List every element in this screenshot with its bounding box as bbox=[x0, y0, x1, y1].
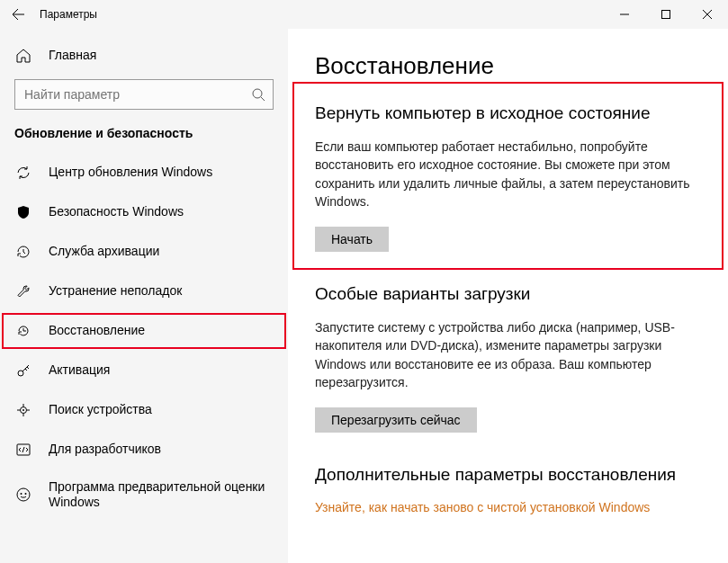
more-recovery-block: Дополнительные параметры восстановления … bbox=[315, 465, 701, 515]
window-title: Параметры bbox=[40, 8, 97, 21]
minimize-button[interactable] bbox=[604, 0, 645, 29]
content-area: Восстановление Вернуть компьютер в исход… bbox=[288, 29, 728, 563]
svg-rect-0 bbox=[662, 11, 670, 19]
svg-point-1 bbox=[253, 89, 262, 98]
sidebar-item-label: Для разработчиков bbox=[49, 442, 274, 458]
sidebar-item-label: Безопасность Windows bbox=[49, 204, 274, 220]
home-icon bbox=[14, 47, 32, 65]
shield-icon bbox=[14, 203, 32, 221]
sidebar-item-label: Центр обновления Windows bbox=[49, 165, 274, 181]
sidebar-item-recovery[interactable]: Восстановление bbox=[0, 311, 288, 351]
sidebar-item-insider[interactable]: Программа предварительной оценки Windows bbox=[0, 469, 288, 520]
restart-now-button[interactable]: Перезагрузить сейчас bbox=[315, 407, 477, 433]
search-box[interactable] bbox=[14, 79, 274, 110]
titlebar: Параметры bbox=[0, 0, 728, 29]
page-title: Восстановление bbox=[315, 52, 701, 80]
sidebar: Главная Обновление и безопасность Центр … bbox=[0, 29, 288, 563]
sidebar-item-label: Устранение неполадок bbox=[49, 283, 274, 299]
insider-icon bbox=[14, 486, 32, 504]
advanced-startup-block: Особые варианты загрузки Запустите систе… bbox=[315, 284, 701, 433]
code-icon bbox=[14, 441, 32, 459]
sync-icon bbox=[14, 164, 32, 182]
maximize-button[interactable] bbox=[645, 0, 687, 29]
locate-icon bbox=[14, 401, 32, 419]
svg-point-4 bbox=[22, 409, 24, 411]
sidebar-item-activation[interactable]: Активация bbox=[0, 351, 288, 390]
advanced-heading: Особые варианты загрузки bbox=[315, 284, 701, 304]
advanced-description: Запустите систему с устройства либо диск… bbox=[315, 318, 701, 391]
back-arrow-icon bbox=[11, 7, 25, 22]
wrench-icon bbox=[14, 282, 32, 300]
sidebar-item-find-device[interactable]: Поиск устройства bbox=[0, 390, 288, 430]
sidebar-item-developers[interactable]: Для разработчиков bbox=[0, 430, 288, 469]
sidebar-item-label: Служба архивации bbox=[49, 244, 274, 260]
close-icon bbox=[703, 10, 712, 19]
reset-description: Если ваш компьютер работает нестабильно,… bbox=[315, 138, 701, 210]
key-icon bbox=[14, 362, 32, 380]
sidebar-item-backup[interactable]: Служба архивации bbox=[0, 232, 288, 272]
search-icon bbox=[251, 87, 265, 102]
sidebar-item-label: Активация bbox=[49, 362, 274, 379]
sidebar-item-label: Поиск устройства bbox=[49, 402, 274, 418]
search-input[interactable] bbox=[24, 87, 251, 102]
reset-heading: Вернуть компьютер в исходное состояние bbox=[315, 103, 701, 123]
maximize-icon bbox=[661, 10, 670, 19]
close-button[interactable] bbox=[687, 0, 728, 29]
sidebar-home-label: Главная bbox=[49, 48, 274, 64]
more-heading: Дополнительные параметры восстановления bbox=[315, 465, 701, 485]
svg-point-7 bbox=[21, 493, 22, 495]
sidebar-item-windows-update[interactable]: Центр обновления Windows bbox=[0, 153, 288, 192]
back-button[interactable] bbox=[0, 0, 36, 29]
sidebar-item-label: Восстановление bbox=[49, 323, 274, 339]
reset-block: Вернуть компьютер в исходное состояние Е… bbox=[315, 103, 701, 252]
history-icon bbox=[14, 322, 32, 340]
backup-icon bbox=[14, 243, 32, 261]
sidebar-item-windows-security[interactable]: Безопасность Windows bbox=[0, 192, 288, 232]
sidebar-item-troubleshoot[interactable]: Устранение неполадок bbox=[0, 272, 288, 311]
fresh-start-link[interactable]: Узнайте, как начать заново с чистой уста… bbox=[315, 500, 650, 514]
svg-point-8 bbox=[25, 493, 27, 495]
sidebar-item-label: Программа предварительной оценки Windows bbox=[49, 479, 274, 511]
sidebar-section-title: Обновление и безопасность bbox=[0, 119, 288, 153]
svg-point-6 bbox=[17, 488, 30, 501]
minimize-icon bbox=[620, 10, 629, 19]
reset-start-button[interactable]: Начать bbox=[315, 227, 389, 252]
sidebar-home[interactable]: Главная bbox=[0, 36, 288, 76]
